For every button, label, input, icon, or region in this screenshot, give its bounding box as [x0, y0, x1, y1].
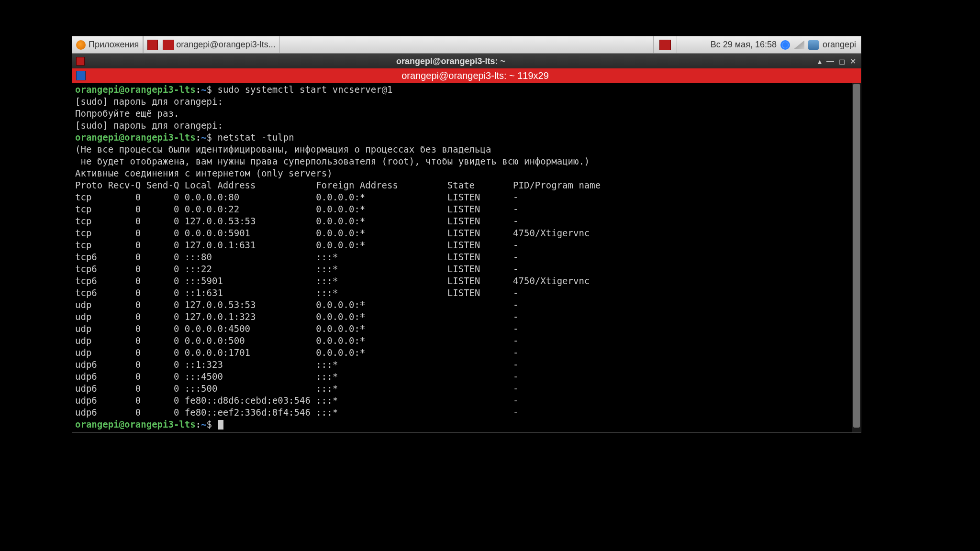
netstat-row: tcp 0 0 0.0.0.0:80 0.0.0.0:* LISTEN - — [75, 191, 858, 203]
netstat-row: udp 0 0 127.0.0.53:53 0.0.0.0:* - — [75, 299, 858, 311]
terminal-line: не будет отображена, вам нужны права суп… — [75, 155, 858, 167]
window-app-icon — [76, 57, 85, 66]
terminal-line: Попробуйте ещё раз. — [75, 108, 858, 120]
desktop-panel: Приложения orangepi@orangepi3-lts... Вс … — [72, 36, 861, 54]
bluetooth-icon[interactable] — [780, 40, 790, 50]
netstat-row: tcp 0 0 0.0.0.0:22 0.0.0.0:* LISTEN - — [75, 203, 858, 215]
terminal-tab-title[interactable]: orangepi@orangepi3-lts: ~ 119x29 — [89, 70, 861, 81]
window-title: orangepi@orangepi3-lts: ~ — [89, 56, 813, 66]
panel-grid-icon — [147, 40, 158, 50]
terminal-line: (Не все процессы были идентифицированы, … — [75, 143, 858, 155]
netstat-row: udp6 0 0 fe80::d8d6:cebd:e03:546 :::* - — [75, 395, 858, 407]
netstat-row: udp 0 0 0.0.0.0:500 0.0.0.0:* - — [75, 335, 858, 347]
netstat-row: tcp6 0 0 :::22 :::* LISTEN - — [75, 263, 858, 275]
terminal-prompt[interactable]: orangepi@orangepi3-lts:~$ — [75, 419, 858, 430]
terminal-app-icon — [163, 40, 174, 50]
terminal-window: orangepi@orangepi3-lts: ~ ▴ — ◻ ✕ orange… — [72, 54, 861, 433]
taskbar-item-terminal[interactable]: orangepi@orangepi3-lts... — [143, 36, 279, 53]
netstat-row: tcp6 0 0 ::1:631 :::* LISTEN - — [75, 287, 858, 299]
netstat-row: tcp6 0 0 :::80 :::* LISTEN - — [75, 251, 858, 263]
window-close-button[interactable]: ✕ — [850, 57, 856, 66]
netstat-row: udp6 0 0 ::1:323 :::* - — [75, 359, 858, 371]
terminal-scrollbar[interactable] — [852, 83, 861, 432]
terminal-line: [sudo] пароль для orangepi: — [75, 120, 858, 132]
terminal-tab-icon — [76, 71, 86, 80]
terminal-scrollbar-thumb[interactable] — [853, 84, 860, 428]
window-maximize-button[interactable]: ◻ — [839, 57, 845, 66]
taskbar-item-label: orangepi@orangepi3-lts... — [176, 40, 275, 50]
netstat-row: tcp 0 0 0.0.0.0:5901 0.0.0.0:* LISTEN 47… — [75, 227, 858, 239]
netstat-row: tcp 0 0 127.0.0.53:53 0.0.0.0:* LISTEN - — [75, 215, 858, 227]
user-menu[interactable]: orangepi — [823, 40, 856, 50]
window-rollup-button[interactable]: ▴ — [818, 57, 822, 66]
tray-red-indicator[interactable] — [653, 36, 677, 53]
applications-label: Приложения — [89, 40, 139, 50]
netstat-row: udp 0 0 127.0.0.1:323 0.0.0.0:* - — [75, 311, 858, 323]
terminal-line: Активные соединения с интернетом (only s… — [75, 167, 858, 179]
terminal-line: orangepi@orangepi3-lts:~$ sudo systemctl… — [75, 84, 858, 96]
terminal-body[interactable]: orangepi@orangepi3-lts:~$ sudo systemctl… — [72, 83, 861, 432]
cursor-icon — [218, 420, 223, 430]
clock[interactable]: Вс 29 мая, 16:58 — [711, 40, 777, 50]
netstat-row: udp6 0 0 :::500 :::* - — [75, 383, 858, 395]
window-titlebar[interactable]: orangepi@orangepi3-lts: ~ ▴ — ◻ ✕ — [72, 54, 861, 68]
netstat-row: udp6 0 0 fe80::eef2:336d:8f4:546 :::* - — [75, 407, 858, 419]
netstat-row: udp6 0 0 :::4500 :::* - — [75, 371, 858, 383]
applications-menu[interactable]: Приложения — [72, 36, 143, 53]
volume-icon[interactable] — [808, 40, 819, 50]
netstat-row: tcp 0 0 127.0.0.1:631 0.0.0.0:* LISTEN - — [75, 239, 858, 251]
netstat-row: udp 0 0 0.0.0.0:1701 0.0.0.0:* - — [75, 347, 858, 359]
terminal-line: orangepi@orangepi3-lts:~$ netstat -tulpn — [75, 132, 858, 143]
network-icon[interactable] — [794, 41, 804, 49]
tray-red-icon — [659, 40, 671, 50]
orange-pi-icon — [76, 40, 86, 50]
terminal-line: [sudo] пароль для orangepi: — [75, 96, 858, 108]
netstat-header: Proto Recv-Q Send-Q Local Address Foreig… — [75, 179, 858, 191]
window-minimize-button[interactable]: — — [826, 57, 834, 66]
netstat-row: udp 0 0 0.0.0.0:4500 0.0.0.0:* - — [75, 323, 858, 335]
terminal-tabbar: orangepi@orangepi3-lts: ~ 119x29 — [72, 68, 861, 83]
netstat-row: tcp6 0 0 :::5901 :::* LISTEN 4750/Xtiger… — [75, 275, 858, 287]
